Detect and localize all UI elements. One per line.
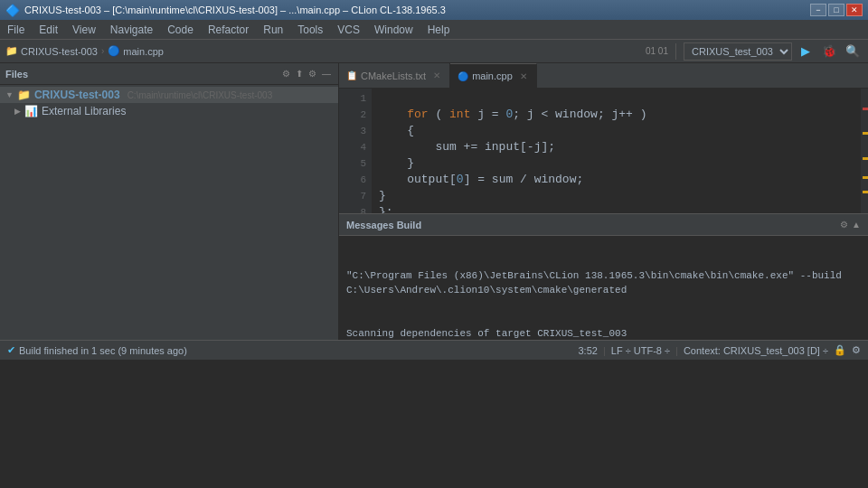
context-selector[interactable]: Context: CRIXUS_test_003 [D] ÷ [684,345,828,356]
folder-icon: 📁 [5,45,18,57]
menu-tools[interactable]: Tools [290,20,330,39]
menu-file[interactable]: File [0,20,32,39]
messages-title: Messages Build [346,220,421,230]
lock-icon: 🔒 [834,344,846,356]
main-cpp-tab-label: main.cpp [472,70,513,81]
menu-run[interactable]: Run [256,20,290,39]
tab-main-cpp[interactable]: 🔵 main.cpp ✕ [450,63,537,88]
app-icon: 🔷 [5,4,20,17]
status-sep-1: | [603,345,606,356]
project-folder-icon: 📁 [17,89,31,101]
editor-area: 📋 CMakeLists.txt ✕ 🔵 main.cpp ✕ 1 2 3 4 [339,63,868,213]
toolbar-separator-1 [675,43,676,60]
menu-bar: File Edit View Navigate Code Refactor Ru… [0,20,868,40]
time-display: 3:52 [579,345,598,356]
cmake-tab-label: CMakeLists.txt [361,70,426,81]
messages-settings-icon[interactable]: ⚙ [840,220,848,230]
code-editor[interactable]: 1 2 3 4 5 6 7 8 9 10 11 for ( int j = 0;… [339,89,868,213]
sidebar-header: Files ⚙ ⬆ ⚙ — [0,63,338,85]
file-icon: 🔵 [108,45,120,57]
sidebar-title: Files [5,69,28,80]
run-config-select[interactable]: CRIXUS_test_003 [684,42,792,61]
message-line-0: "C:\Program Files (x86)\JetBrains\CLion … [346,268,861,297]
status-bar: ✔ Build finished in 1 sec (9 minutes ago… [0,340,868,360]
title-bar: 🔷 CRIXUS-test-003 – [C:\main\runtime\cl\… [0,0,868,20]
status-right: 3:52 | LF ÷ UTF-8 ÷ | Context: CRIXUS_te… [579,344,862,356]
tab-bar: 📋 CMakeLists.txt ✕ 🔵 main.cpp ✕ [339,63,868,89]
tab-cmake[interactable]: 📋 CMakeLists.txt ✕ [339,63,450,88]
collapse-arrow-icon: ▼ [5,90,14,99]
editor-messages-container: 📋 CMakeLists.txt ✕ 🔵 main.cpp ✕ 1 2 3 4 [339,63,868,340]
settings-icon[interactable]: ⚙ [307,68,318,80]
messages-action-buttons: ⚙ ▲ [840,220,861,230]
build-status-text: Build finished in 1 sec (9 minutes ago) [19,345,187,356]
window-controls: − □ ✕ [810,4,863,16]
menu-window[interactable]: Window [367,20,420,39]
breadcrumb-file-name: main.cpp [123,46,164,57]
menu-navigate[interactable]: Navigate [103,20,160,39]
warning-marker-4 [863,191,868,193]
window-title: CRIXUS-test-003 – [C:\main\runtime\cl\CR… [24,5,810,15]
external-libraries-label: External Libraries [42,105,126,117]
debug-button[interactable]: 🐞 [819,42,839,61]
warning-marker-3 [863,176,868,179]
ext-lib-collapse-icon: ▶ [14,107,21,116]
project-name: CRIXUS-test-003 [34,89,120,101]
file-tree-panel: Files ⚙ ⬆ ⚙ — ▼ 📁 CRIXUS-test-003 C:\mai… [0,63,339,340]
messages-panel: Messages Build ⚙ ▲ "C:\Program Files (x8… [339,213,868,340]
external-libraries-item[interactable]: ▶ 📊 External Libraries [0,103,338,119]
status-extra-icon: ⚙ [852,344,861,356]
scroll-markers [861,89,868,213]
minimize-button[interactable]: − [810,4,826,16]
sync-icon[interactable]: ⚙ [280,68,292,80]
menu-view[interactable]: View [65,20,103,39]
menu-vcs[interactable]: VCS [330,20,367,39]
breadcrumb-project-name: CRIXUS-test-003 [21,46,98,57]
project-path: C:\main\runtime\cl\CRIXUS-test-003 [127,90,273,100]
sidebar-action-buttons: ⚙ ⬆ ⚙ — [280,68,333,80]
build-status-icon: ✔ [7,344,15,356]
maximize-button[interactable]: □ [828,4,844,16]
status-left: ✔ Build finished in 1 sec (9 minutes ago… [7,344,571,356]
line-col-indicator[interactable]: 01 01 [646,46,668,56]
breadcrumb-bar: 📁 CRIXUS-test-003 › 🔵 main.cpp 01 01 CRI… [0,40,868,63]
menu-edit[interactable]: Edit [32,20,65,39]
file-tree: ▼ 📁 CRIXUS-test-003 C:\main\runtime\cl\C… [0,85,338,121]
menu-refactor[interactable]: Refactor [201,20,256,39]
message-line-1: Scanning dependencies of target CRIXUS_t… [346,326,861,340]
messages-expand-icon[interactable]: ▲ [852,220,861,230]
breadcrumb-separator: › [101,46,104,56]
messages-content: "C:\Program Files (x86)\JetBrains\CLion … [339,236,868,340]
main-cpp-tab-close[interactable]: ✕ [520,71,527,81]
warning-marker-1 [863,132,868,135]
warning-marker-2 [863,157,868,160]
cmake-tab-close[interactable]: ✕ [433,70,440,80]
menu-code[interactable]: Code [160,20,201,39]
line-numbers: 1 2 3 4 5 6 7 8 9 10 11 [339,89,372,213]
status-sep-2: | [675,345,678,356]
cmake-tab-icon: 📋 [346,70,357,80]
run-button[interactable]: ▶ [796,42,816,61]
search-everywhere-button[interactable]: 🔍 [843,42,863,61]
messages-header: Messages Build ⚙ ▲ [339,214,868,236]
hide-icon[interactable]: — [320,68,333,80]
library-icon: 📊 [24,105,38,117]
main-cpp-tab-icon: 🔵 [458,71,468,81]
error-marker-1 [863,108,868,110]
code-content[interactable]: for ( int j = 0; j < window; j++ ) { sum… [372,89,861,213]
main-area: Files ⚙ ⬆ ⚙ — ▼ 📁 CRIXUS-test-003 C:\mai… [0,63,868,340]
project-root-item[interactable]: ▼ 📁 CRIXUS-test-003 C:\main\runtime\cl\C… [0,87,338,103]
line-endings-selector[interactable]: LF ÷ UTF-8 ÷ [611,345,670,356]
close-button[interactable]: ✕ [846,4,863,16]
menu-help[interactable]: Help [420,20,458,39]
breadcrumb-project[interactable]: 📁 CRIXUS-test-003 [5,45,98,57]
expand-icon[interactable]: ⬆ [294,68,305,80]
breadcrumb-file[interactable]: 🔵 main.cpp [108,45,164,57]
